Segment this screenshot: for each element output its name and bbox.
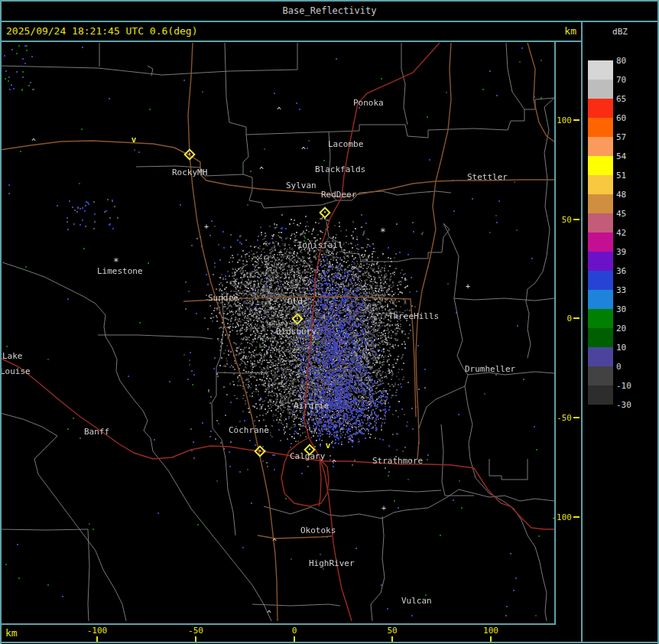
colorbar-swatch: [588, 118, 613, 137]
radar-map-display[interactable]: PonokaLacombeBlackfaldsSylvanRedDeerStet…: [0, 42, 554, 623]
city-label-drumheller: Drumheller: [465, 365, 515, 373]
colorbar-tick-label: -30: [616, 400, 631, 410]
primary-road-line: [319, 457, 321, 506]
secondary-road-line: [528, 43, 554, 141]
colorbar-tick-label: 51: [616, 171, 626, 181]
city-label-cochrane: Cochrane: [229, 426, 269, 434]
frame-map-top: [0, 41, 583, 42]
bottom-axis-tick-label: 0: [292, 626, 297, 636]
city-label-strathmore: Strathmore: [372, 457, 423, 465]
colorbar-swatch: [588, 309, 613, 328]
colorbar-swatch: [588, 175, 613, 194]
city-label-airdrie: Airdrie: [294, 402, 329, 410]
city-label-okotoks: Okotoks: [300, 526, 336, 535]
colorbar-tick-label: 80: [616, 56, 626, 66]
county-boundary-line: [246, 98, 554, 138]
colorbar-swatch: [588, 290, 613, 309]
caret-marker: ^: [360, 396, 365, 404]
colorbar-tick-label: 54: [616, 151, 626, 161]
right-axis-tick: [573, 516, 579, 518]
title-bar: Base_Reflectivity: [0, 0, 659, 21]
colorbar-tick-label: 60: [616, 113, 626, 123]
frame-title-bottom: [0, 21, 659, 22]
caret-marker: ^: [277, 107, 281, 115]
county-boundary-line: [216, 372, 268, 373]
colorbar-swatch: [588, 213, 613, 233]
bottom-axis-unit-label: km: [5, 627, 18, 639]
plus-marker: +: [466, 283, 470, 291]
scan-timestamp: 2025/09/24 18:21:45 UTC 0.6(deg): [6, 25, 197, 37]
right-axis-tick: [573, 417, 579, 418]
colorbar-tick-label: 10: [616, 343, 626, 353]
caret-marker: ^: [267, 610, 271, 618]
city-label-innisfail: Innisfail: [297, 241, 343, 249]
secondary-road-line: [342, 180, 554, 197]
county-boundary-line: [225, 43, 246, 135]
secondary-road-line: [258, 535, 332, 538]
right-axis-tick: [573, 219, 579, 220]
frame-colorbar-left: [581, 21, 583, 643]
county-boundary-line: [441, 424, 474, 496]
plus-marker: +: [381, 505, 386, 512]
colorbar-tick-label: 48: [616, 190, 626, 200]
bottom-axis-tick-label: 50: [387, 626, 397, 636]
bottom-axis-tick-label: -50: [188, 626, 203, 636]
secondary-road-line: [190, 155, 342, 197]
county-boundary-line: [264, 490, 554, 519]
bottom-axis-tick-label: 100: [483, 626, 498, 636]
county-boundary-line: [506, 43, 524, 109]
right-axis-tick: [573, 119, 579, 121]
city-label-threehills: ThreeHills: [388, 312, 439, 320]
city-label-stettler: Stettler: [467, 173, 508, 181]
colorbar-tick-label: 0: [616, 362, 622, 372]
right-axis-tick-label: 50: [547, 215, 572, 225]
county-boundary-line: [454, 298, 554, 301]
colorbar-swatch: [588, 233, 613, 252]
colorbar-unit-label: dBZ: [582, 27, 658, 37]
colorbar-tick-label: 33: [616, 285, 626, 295]
colorbar-swatch: [588, 80, 613, 99]
colorbar-tick-label: 30: [616, 304, 626, 314]
bottom-axis-tick: [96, 636, 98, 642]
range-unit-label: km: [564, 25, 576, 37]
bottom-axis-tick: [294, 636, 295, 642]
county-boundary-line: [371, 516, 385, 621]
colorbar-swatch: [588, 271, 613, 290]
caret-marker: ^: [31, 138, 36, 146]
colorbar-swatch: [588, 99, 613, 118]
primary-road-line: [0, 358, 554, 529]
vee-marker: v: [131, 136, 137, 144]
right-axis-tick: [573, 317, 579, 319]
city-label-vulcan: Vulcan: [401, 597, 432, 605]
county-boundary-line: [419, 386, 465, 428]
city-label-highriver: HighRiver: [309, 559, 355, 568]
colorbar-swatch: [588, 252, 613, 271]
caret-marker: ^: [301, 147, 306, 154]
city-label-limestone: Limestone: [97, 267, 143, 275]
county-boundary-line: [98, 335, 213, 339]
colorbar-swatch: [588, 347, 613, 366]
secondary-road-line: [188, 43, 278, 621]
asterisk-marker: *: [380, 228, 386, 236]
city-label-reddeer: RedDeer: [321, 190, 356, 199]
city-label-didsbury: Didsbury: [276, 327, 317, 336]
colorbar-swatch: [588, 366, 613, 385]
city-label-lacombe: Lacombe: [328, 140, 363, 148]
county-boundary-line: [252, 604, 340, 606]
caret-marker: ^: [302, 371, 307, 379]
frame-bottom: [0, 642, 659, 643]
county-boundary-line: [401, 43, 407, 125]
colorbar-swatch: [588, 156, 613, 175]
city-label-banff: Banff: [84, 428, 109, 436]
city-label-ponoka: Ponoka: [353, 99, 384, 107]
right-axis-tick-label: 100: [547, 115, 572, 125]
right-axis-tick-label: -50: [547, 413, 572, 423]
caret-marker: ^: [302, 260, 307, 268]
right-axis-tick-label: -100: [547, 512, 572, 522]
frame-top: [0, 0, 659, 2]
city-label-olds: Olds: [287, 298, 308, 306]
county-boundary-line: [212, 293, 235, 535]
county-boundary-line: [0, 413, 126, 621]
secondary-road-line: [0, 141, 190, 155]
colorbar-swatch: [588, 60, 613, 80]
